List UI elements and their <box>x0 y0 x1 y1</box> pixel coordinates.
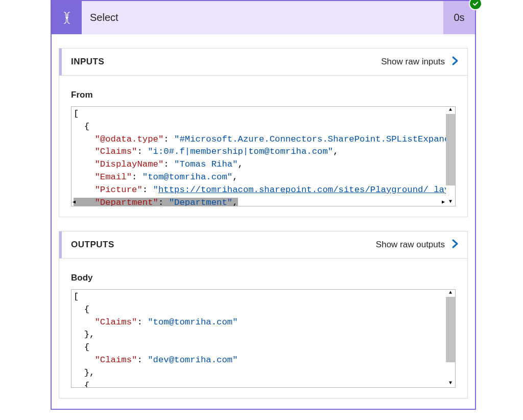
body-label: Body <box>71 273 456 283</box>
scroll-left-icon[interactable]: ◀ <box>73 196 76 206</box>
inputs-panel-header: INPUTS Show raw inputs <box>59 49 467 76</box>
chevron-right-icon <box>450 56 460 68</box>
inputs-panel-title: INPUTS <box>71 57 104 67</box>
scroll-thumb[interactable] <box>446 114 455 185</box>
show-raw-inputs-label: Show raw inputs <box>381 57 445 67</box>
body-code-viewer[interactable]: [ { "Claims": "tom@tomriha.com" }, { "Cl… <box>71 289 456 388</box>
outputs-panel-title: OUTPUTS <box>71 240 114 250</box>
card-body: INPUTS Show raw inputs From [ { "@odata.… <box>52 48 475 399</box>
outputs-panel-body: Body [ { "Claims": "tom@tomriha.com" }, … <box>59 259 467 398</box>
scroll-up-icon[interactable]: ▲ <box>446 107 455 114</box>
inputs-panel-body: From [ { "@odata.type": "#Microsoft.Azur… <box>59 76 467 217</box>
card-header: Select 0s <box>52 1 475 34</box>
outputs-panel: OUTPUTS Show raw outputs Body [ { "Claim… <box>59 231 468 399</box>
scroll-thumb[interactable] <box>446 297 455 362</box>
from-code-viewer[interactable]: [ { "@odata.type": "#Microsoft.Azure.Con… <box>71 106 456 206</box>
inputs-panel: INPUTS Show raw inputs From [ { "@odata.… <box>59 48 468 217</box>
action-title: Select <box>82 1 443 34</box>
scroll-down-icon[interactable]: ▼ <box>446 199 455 206</box>
show-raw-inputs-button[interactable]: Show raw inputs <box>381 56 460 68</box>
outputs-panel-header: OUTPUTS Show raw outputs <box>59 231 467 259</box>
show-raw-outputs-label: Show raw outputs <box>376 240 445 250</box>
from-label: From <box>71 90 456 100</box>
scroll-down-icon[interactable]: ▼ <box>446 380 455 387</box>
chevron-right-icon <box>450 239 460 251</box>
status-success-icon <box>469 0 482 10</box>
select-action-card: Select 0s INPUTS Show raw inputs From [ … <box>51 0 476 410</box>
vertical-scrollbar[interactable]: ▲ ▼ <box>446 107 455 206</box>
scroll-up-icon[interactable]: ▲ <box>446 290 455 297</box>
vertical-scrollbar[interactable]: ▲ ▼ <box>446 290 455 387</box>
scroll-right-icon[interactable]: ▶ <box>442 196 445 206</box>
horizontal-scrollbar[interactable]: ◀ ▶ <box>72 199 446 206</box>
show-raw-outputs-button[interactable]: Show raw outputs <box>376 239 460 251</box>
select-icon <box>52 1 82 34</box>
